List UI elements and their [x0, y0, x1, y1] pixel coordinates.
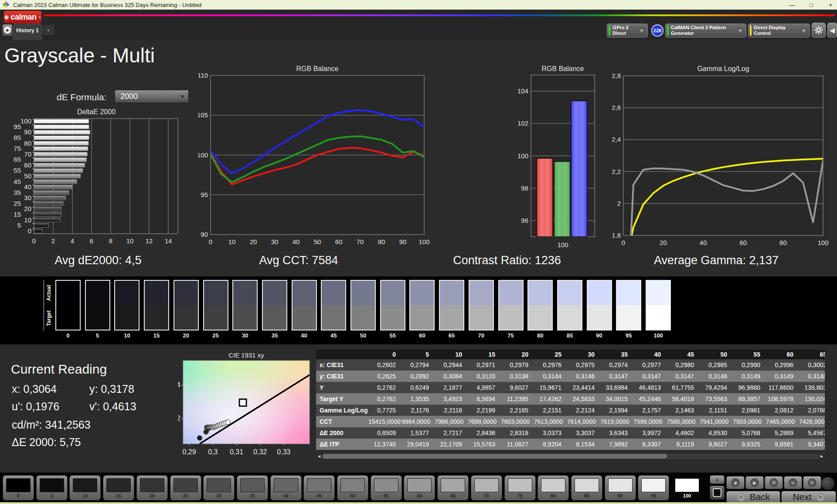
minimize-button[interactable]: —	[788, 2, 796, 8]
axis-label: 60	[335, 238, 343, 245]
add-tab-button[interactable]: +	[43, 25, 54, 35]
row-label: Target Y	[316, 395, 368, 402]
meter-dropdown-icon[interactable]: ▼	[638, 27, 645, 34]
swatch-actual-10	[115, 281, 139, 305]
back-button[interactable]: « Back	[726, 491, 780, 503]
table-cell: 9,1119	[667, 441, 700, 448]
table-cell: 24,5833	[567, 395, 600, 402]
pattern-button-20[interactable]: 20	[136, 475, 168, 501]
axis-label: 0,34	[178, 381, 180, 388]
swatch-target-0	[56, 305, 80, 330]
pattern-window-button[interactable]: H	[765, 476, 783, 489]
workflow-expander-button[interactable]: ▶	[3, 24, 12, 36]
swatch-actual-65	[440, 281, 463, 305]
swatch-target-30	[233, 305, 257, 330]
axis-label: 55	[14, 167, 21, 174]
display-control-dropdown-icon[interactable]: ▼	[800, 27, 807, 34]
pattern-button-65[interactable]: 65	[437, 475, 469, 501]
loop-button[interactable]: ↻	[803, 476, 821, 489]
pattern-button-75[interactable]: 75	[504, 475, 536, 501]
table-cell: 3,0373	[534, 429, 567, 436]
pattern-button-15[interactable]: 15	[103, 475, 134, 501]
chevron-down-icon: ▼	[180, 94, 185, 99]
swatch-actual-100	[646, 281, 670, 305]
swatch-70	[469, 280, 494, 330]
settings-button[interactable]	[812, 23, 826, 37]
scroll-right-icon[interactable]: ▶	[819, 453, 825, 459]
swatch-label-70: 70	[469, 332, 494, 339]
pattern-window-toggle-button[interactable]: ■	[710, 486, 725, 500]
pattern-button-100[interactable]: 100	[671, 475, 703, 501]
play-button[interactable]: ▶	[745, 476, 764, 489]
close-button[interactable]: ×	[827, 2, 834, 8]
table-cell: 2,1994	[600, 407, 633, 414]
swatch-target-45	[322, 305, 345, 330]
table-cell: 12,3740	[368, 441, 401, 448]
collapse-panel-button[interactable]: ◀	[827, 23, 837, 37]
table-cell: 2,1151	[700, 407, 733, 414]
pattern-button-0[interactable]: 0	[3, 475, 34, 501]
swatch-actual-90	[588, 281, 611, 305]
calman-app-window: Calman 2023 Calman Ultimate for Business…	[0, 0, 837, 504]
axis-label: 100	[817, 239, 828, 246]
table-col-header-40: 40	[633, 351, 667, 358]
pattern-button-90[interactable]: 90	[605, 475, 636, 501]
meter-status-stripe	[609, 25, 610, 36]
pattern-button-45[interactable]: 45	[303, 475, 335, 501]
pattern-button-85[interactable]: 85	[571, 475, 602, 501]
pattern-swatch-100	[675, 478, 699, 492]
pattern-button-55[interactable]: 55	[371, 475, 402, 501]
axis-label: 0	[209, 238, 212, 245]
calman-menu-dropdown-icon[interactable]: ▼	[38, 14, 41, 20]
pattern-button-80[interactable]: 80	[538, 475, 569, 501]
de-formula-select[interactable]: 2000 ▼	[115, 90, 189, 103]
meter-button[interactable]: X-Rite i1Pro 2Direct View ▼	[607, 24, 648, 37]
pattern-button-95[interactable]: 95	[638, 475, 669, 501]
display-control-status-stripe	[750, 25, 752, 36]
deltae-bar-15	[34, 213, 61, 217]
table-cell: 2,8436	[468, 429, 501, 436]
pattern-button-10[interactable]: 10	[69, 475, 101, 501]
next-button[interactable]: Next »	[781, 491, 836, 503]
swatch-actual-30	[233, 281, 257, 305]
pattern-generator-dropdown-icon[interactable]: ▼	[737, 27, 744, 34]
pattern-label-95: 95	[638, 493, 669, 498]
pattern-button-25[interactable]: 25	[170, 475, 201, 501]
table-cell: 45,2446	[633, 395, 667, 402]
table-scrollbar[interactable]: ◀ ▶	[316, 453, 825, 459]
reading-x: x: 0,3064	[12, 383, 57, 395]
calman-menu-button[interactable]: ◈ calman ▼	[3, 10, 42, 24]
axis-label: 2,4	[612, 136, 621, 143]
pattern-swatch-85	[575, 478, 599, 492]
stop-button[interactable]: ■	[726, 476, 745, 489]
scrollbar-thumb[interactable]	[323, 454, 667, 459]
swatch-85	[557, 280, 582, 330]
pattern-button-5[interactable]: 5	[36, 475, 68, 501]
meter-reading-badge[interactable]: 228	[651, 24, 663, 37]
scroll-left-icon[interactable]: ◀	[316, 453, 322, 459]
pattern-level-up-button[interactable]: ▲	[710, 475, 725, 484]
pattern-button-35[interactable]: 35	[237, 475, 268, 501]
pattern-button-30[interactable]: 30	[203, 475, 235, 501]
pattern-button-60[interactable]: 60	[404, 475, 435, 501]
table-cell: 2,2185	[501, 407, 534, 414]
axis-label: 0	[28, 227, 31, 235]
pattern-generator-button[interactable]: CalMAN Client 3 Pattern Generator ▼	[665, 24, 746, 37]
tab-history-1[interactable]: History 1	[13, 24, 42, 40]
table-cell: 7688,0000	[468, 418, 501, 425]
table-cell: 7603,0000	[501, 418, 534, 425]
swatch-target-65	[440, 305, 463, 330]
table-cell: 2,2124	[567, 407, 600, 414]
display-control-button[interactable]: Direct Display Control ▼	[748, 24, 810, 37]
table-cell: 0,3144	[534, 373, 567, 380]
maximize-button[interactable]: □	[807, 2, 815, 8]
swatch-target-90	[588, 305, 611, 330]
swatch-label-40: 40	[292, 332, 317, 339]
pattern-button-50[interactable]: 50	[337, 475, 368, 501]
continuous-button[interactable]: ∞	[784, 476, 802, 489]
tab-label: History 1	[16, 27, 38, 34]
pattern-button-70[interactable]: 70	[471, 475, 502, 501]
pattern-button-40[interactable]: 40	[270, 475, 302, 501]
de-formula-value: 2000	[120, 92, 138, 101]
table-cell: 1,5377	[401, 429, 435, 436]
